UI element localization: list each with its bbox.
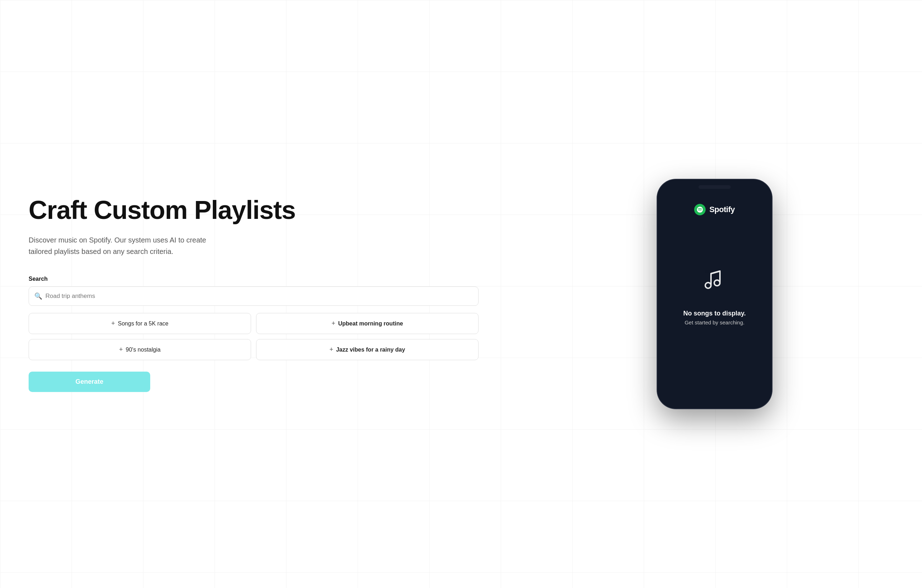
spotify-logo-area: Spotify [694,204,735,215]
suggestion-morning-routine[interactable]: + Upbeat morning routine [256,313,479,334]
phone-mockup: Spotify No son [657,180,772,408]
no-songs-title: No songs to display. [683,310,746,317]
page-wrapper: Craft Custom Playlists Discover music on… [0,0,922,588]
phone-screen: Spotify No son [657,180,772,408]
search-icon: 🔍 [34,292,42,300]
music-note-icon [700,266,729,301]
spotify-logo-icon [694,204,706,215]
plus-icon-3: + [119,346,123,353]
suggestion-5k-race-label: Songs for a 5K race [118,320,168,327]
plus-icon-2: + [332,320,335,327]
plus-icon: + [111,320,115,327]
svg-point-1 [714,280,720,286]
search-wrapper: 🔍 [29,286,479,306]
suggestion-jazz-vibes-label: Jazz vibes for a rainy day [336,346,405,353]
search-input[interactable] [29,286,479,306]
suggestion-5k-race[interactable]: + Songs for a 5K race [29,313,251,334]
spotify-brand-name: Spotify [709,205,735,214]
right-panel: Spotify No son [507,0,922,588]
suggestion-grid: + Songs for a 5K race + Upbeat morning r… [29,313,479,360]
page-title: Craft Custom Playlists [29,196,479,224]
suggestion-morning-routine-label: Upbeat morning routine [338,320,403,327]
suggestion-90s-nostalgia[interactable]: + 90's nostalgia [29,339,251,360]
search-label: Search [29,276,479,282]
svg-point-0 [705,283,711,288]
left-panel: Craft Custom Playlists Discover music on… [0,0,507,588]
no-songs-area: No songs to display. Get started by sear… [683,215,746,397]
suggestion-90s-nostalgia-label: 90's nostalgia [126,346,160,353]
phone-notch [698,185,731,189]
suggestion-jazz-vibes[interactable]: + Jazz vibes for a rainy day [256,339,479,360]
no-songs-subtitle: Get started by searching. [685,319,745,325]
phone-outer: Spotify No son [657,180,772,408]
page-subtitle: Discover music on Spotify. Our system us… [29,234,229,257]
plus-icon-4: + [329,346,333,353]
generate-button[interactable]: Generate [29,372,150,392]
